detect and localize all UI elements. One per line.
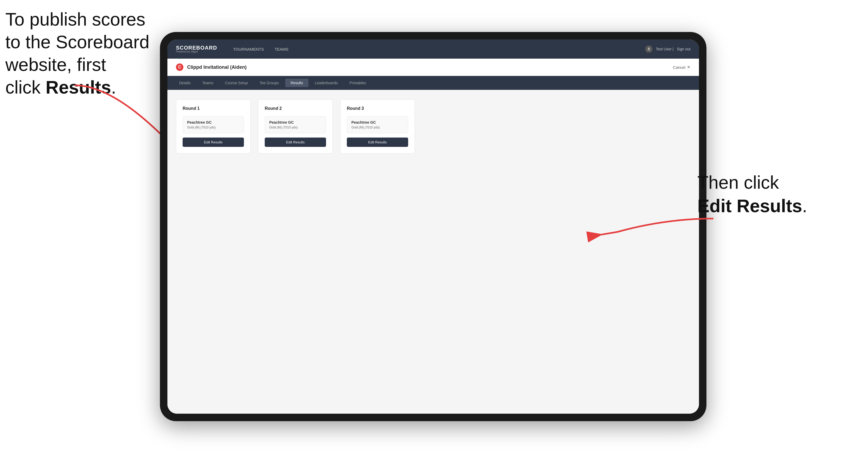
round-2-course-info: Peachtree GC Gold (M) (7010 yds) [265,116,326,133]
tournament-header: C Clippd Invitational (Aiden) Cancel ✕ [167,59,699,76]
tab-leaderboards[interactable]: Leaderboards [310,79,343,87]
round-1-card: Round 1 Peachtree GC Gold (M) (7010 yds)… [176,99,251,154]
tournament-title-area: C Clippd Invitational (Aiden) [176,63,247,71]
round-3-course-name: Peachtree GC [351,120,404,124]
round-1-title: Round 1 [183,106,244,111]
logo-sub: Powered by clippd [176,51,217,53]
round-1-edit-results-button[interactable]: Edit Results [183,137,244,147]
round-2-title: Round 2 [265,106,326,111]
round-1-course-info: Peachtree GC Gold (M) (7010 yds) [183,116,244,133]
logo-area: SCOREBOARD Powered by clippd [176,45,217,53]
tab-printables[interactable]: Printables [344,79,371,87]
main-content: Round 1 Peachtree GC Gold (M) (7010 yds)… [167,90,699,414]
nav-tournaments[interactable]: TOURNAMENTS [233,47,264,52]
nav-teams[interactable]: TEAMS [275,47,288,52]
tab-teams[interactable]: Teams [197,79,219,87]
tab-details[interactable]: Details [174,79,196,87]
signout-link[interactable]: Sign out [677,47,690,51]
nav-user-area: Test User | Sign out [645,45,690,53]
round-3-course-info: Peachtree GC Gold (M) (7010 yds) [347,116,408,133]
round-3-edit-results-button[interactable]: Edit Results [347,137,408,147]
round-3-card: Round 3 Peachtree GC Gold (M) (7010 yds)… [340,99,415,154]
round-3-course-details: Gold (M) (7010 yds) [351,126,404,129]
top-navbar: SCOREBOARD Powered by clippd TOURNAMENTS… [167,39,699,59]
right-instruction: Then click Edit Results. [698,170,847,218]
round-2-edit-results-button[interactable]: Edit Results [265,137,326,147]
tab-course-setup[interactable]: Course Setup [220,79,253,87]
user-name: Test User | [656,47,674,51]
tab-tee-groups[interactable]: Tee Groups [254,79,284,87]
round-2-card: Round 2 Peachtree GC Gold (M) (7010 yds)… [258,99,333,154]
round-3-title: Round 3 [347,106,408,111]
tab-results[interactable]: Results [285,79,308,87]
round-1-course-details: Gold (M) (7010 yds) [187,126,239,129]
user-avatar [645,45,653,53]
nav-links: TOURNAMENTS TEAMS [233,47,645,52]
cancel-button[interactable]: Cancel ✕ [673,65,690,69]
round-2-course-name: Peachtree GC [269,120,321,124]
round-1-course-name: Peachtree GC [187,120,239,124]
round-2-course-details: Gold (M) (7010 yds) [269,126,321,129]
tournament-icon: C [176,63,183,71]
tab-bar: Details Teams Course Setup Tee Groups Re… [167,76,699,90]
tournament-name: Clippd Invitational (Aiden) [187,64,247,70]
close-icon: ✕ [687,65,690,69]
rounds-grid: Round 1 Peachtree GC Gold (M) (7010 yds)… [176,99,690,154]
logo-text: SCOREBOARD [176,45,217,51]
